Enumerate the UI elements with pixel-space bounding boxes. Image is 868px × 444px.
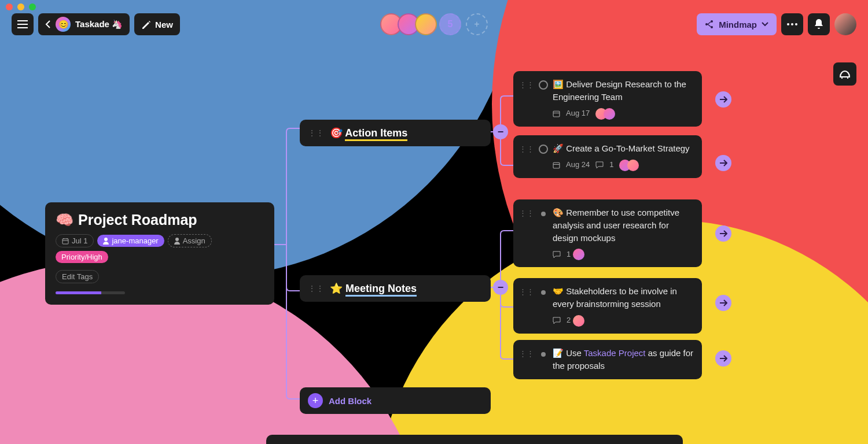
window-traffic-lights — [6, 3, 36, 10]
svg-point-7 — [104, 238, 108, 241]
expand-arrow-button[interactable] — [715, 295, 731, 311]
expand-arrow-button[interactable] — [715, 91, 731, 108]
hamburger-icon — [17, 20, 28, 28]
app-name: Taskade 🦄 — [75, 19, 123, 29]
user-avatar[interactable] — [834, 13, 856, 35]
bullet-icon — [539, 347, 548, 372]
close-window-icon[interactable] — [6, 3, 13, 10]
drag-handle-icon[interactable]: ⋮⋮ — [519, 347, 534, 372]
branch-node-action-items[interactable]: ⋮⋮ 🎯 Action Items — [300, 120, 491, 146]
comment-icon — [595, 161, 604, 169]
branch-title: Meeting Notes — [345, 283, 417, 297]
drag-handle-icon[interactable]: ⋮⋮ — [519, 285, 534, 327]
menu-button[interactable] — [12, 13, 34, 35]
notifications-button[interactable] — [808, 13, 830, 35]
breadcrumb-app[interactable]: 😊 Taskade 🦄 — [38, 13, 130, 35]
rocket-icon: 🚀 — [553, 143, 564, 153]
svg-point-2 — [711, 26, 713, 28]
back-chevron-icon — [45, 20, 51, 28]
arrow-right-icon — [719, 230, 727, 237]
priority-pill[interactable]: Priority/High — [56, 251, 108, 263]
svg-point-3 — [787, 23, 789, 25]
svg-rect-10 — [553, 162, 560, 168]
drag-handle-icon[interactable]: ⋮⋮ — [519, 78, 534, 120]
svg-rect-6 — [62, 239, 68, 244]
add-collaborator-button[interactable]: + — [466, 13, 488, 35]
handshake-icon: 🤝 — [553, 286, 564, 296]
svg-point-0 — [705, 23, 708, 25]
collaborator-avatars: 5 + — [380, 13, 488, 35]
helmet-icon — [839, 69, 851, 79]
plus-icon: + — [308, 393, 323, 408]
avatar-overflow-count[interactable]: 5 — [439, 13, 461, 35]
leaf-node[interactable]: ⋮⋮ 🤝 Stakeholders to be involve in every… — [513, 278, 702, 334]
drag-handle-icon[interactable]: ⋮⋮ — [519, 142, 534, 171]
leaf-node[interactable]: ⋮⋮ 🎨 Remember to use competitve analysis… — [513, 199, 702, 267]
expand-arrow-button[interactable] — [715, 155, 731, 171]
add-block-button[interactable]: + Add Block — [300, 387, 491, 414]
picture-icon: 🖼️ — [553, 79, 564, 89]
checkbox-circle[interactable] — [539, 78, 548, 120]
expand-arrow-button[interactable] — [715, 225, 731, 242]
leaf-date: Aug 24 — [566, 160, 590, 171]
root-node[interactable]: 🧠 Project Roadmap Jul 1 jane-manager Ass… — [45, 202, 274, 305]
view-label: Mindmap — [719, 20, 757, 29]
leaf-node[interactable]: ⋮⋮ 🖼️ Deliver Design Research to the Eng… — [513, 71, 702, 127]
leaf-node[interactable]: ⋮⋮ 🚀 Create a Go-To-Market Strategy Aug … — [513, 135, 702, 178]
view-switcher[interactable]: Mindmap — [697, 13, 777, 35]
avatar[interactable] — [415, 13, 437, 35]
mini-avatar — [573, 315, 584, 327]
maximize-window-icon[interactable] — [29, 3, 36, 10]
leaf-node[interactable]: ⋮⋮ 📝 Use Taskade Project as guide for th… — [513, 340, 702, 379]
more-button[interactable] — [781, 13, 803, 35]
palette-icon: 🎨 — [553, 208, 564, 217]
new-icon — [141, 20, 150, 29]
new-button[interactable]: New — [134, 13, 180, 35]
star-icon: ⭐ — [330, 283, 343, 294]
collapse-toggle[interactable]: − — [493, 280, 508, 295]
mini-avatar — [604, 108, 615, 120]
leaf-link[interactable]: Taskade Project — [584, 348, 646, 358]
assign-pill[interactable]: Assign — [168, 234, 212, 247]
calendar-icon — [62, 238, 69, 245]
leaf-text: Create a Go-To-Market Strategy — [566, 143, 689, 153]
svg-point-5 — [795, 23, 797, 25]
new-label: New — [155, 20, 173, 29]
edit-tags-pill[interactable]: Edit Tags — [56, 270, 99, 283]
comment-count: 2 — [567, 315, 571, 326]
comment-icon — [553, 317, 561, 324]
leaf-date: Aug 17 — [566, 108, 590, 119]
arrow-right-icon — [719, 160, 727, 166]
bullet-icon — [539, 285, 548, 327]
bullet-icon — [539, 206, 548, 260]
bell-icon — [814, 19, 823, 29]
owner-pill[interactable]: jane-manager — [97, 235, 164, 247]
date-pill[interactable]: Jul 1 — [56, 234, 94, 247]
minimize-window-icon[interactable] — [17, 3, 24, 10]
arrow-right-icon — [719, 355, 727, 362]
leaf-text: Deliver Design Research to the Engineeri… — [553, 79, 686, 102]
memo-icon: 📝 — [553, 348, 564, 358]
app-logo-icon: 😊 — [56, 17, 71, 32]
mini-avatar — [627, 160, 639, 171]
person-icon — [103, 238, 109, 245]
expand-arrow-button[interactable] — [715, 350, 731, 367]
mini-avatar — [573, 249, 584, 260]
target-icon: 🎯 — [330, 127, 343, 139]
calendar-icon — [553, 161, 560, 169]
svg-point-4 — [791, 23, 793, 25]
svg-point-8 — [175, 238, 179, 241]
checkbox-circle[interactable] — [539, 142, 548, 171]
leaf-text-prefix: Use — [566, 348, 584, 358]
comment-count: 1 — [609, 160, 613, 171]
help-button[interactable] — [833, 62, 856, 86]
root-title: Project Roadmap — [78, 212, 197, 228]
person-icon — [174, 238, 180, 245]
collapse-toggle[interactable]: − — [493, 124, 508, 139]
drag-handle-icon[interactable]: ⋮⋮ — [308, 128, 324, 138]
drag-handle-icon[interactable]: ⋮⋮ — [519, 206, 534, 260]
progress-bar — [56, 291, 125, 294]
branch-node-meeting-notes[interactable]: ⋮⋮ ⭐ Meeting Notes — [300, 275, 491, 302]
top-bar: 😊 Taskade 🦄 New 5 + Mindmap — [0, 13, 868, 36]
drag-handle-icon[interactable]: ⋮⋮ — [308, 284, 324, 293]
